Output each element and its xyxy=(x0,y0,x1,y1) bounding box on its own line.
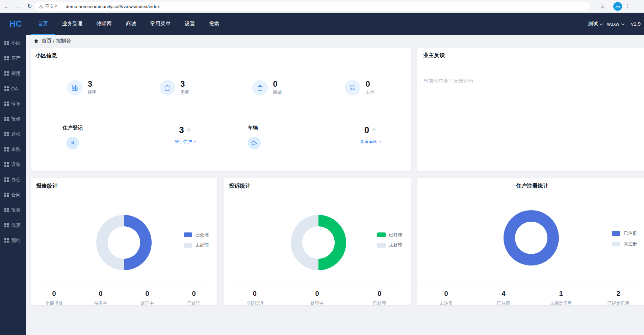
stat-value: 3 xyxy=(180,80,189,88)
env-selector[interactable]: 测试 xyxy=(588,21,603,27)
sidebar-item-purchase[interactable]: 采购 xyxy=(0,142,26,157)
sidebar-item-oa[interactable]: OA xyxy=(0,81,26,96)
grid-icon xyxy=(4,238,9,243)
complaint-donut-chart[interactable] xyxy=(291,215,346,270)
sidebar-item-booking[interactable]: 预约 xyxy=(0,233,26,248)
breadcrumb[interactable]: 首页 / 控制台 xyxy=(33,38,71,44)
community-card-title: 小区信息 xyxy=(35,52,406,59)
resident-unit: 个 xyxy=(186,128,191,134)
browser-avatar[interactable]: xw xyxy=(613,2,622,11)
nav-item-iot[interactable]: 物联网 xyxy=(89,13,119,35)
legend-item[interactable]: 已注册 xyxy=(612,230,637,236)
bookmark-star-icon[interactable]: ☆ xyxy=(600,3,605,10)
sidebar-item-repair[interactable]: 报修 xyxy=(0,111,26,127)
app-logo[interactable]: HC xyxy=(9,13,22,35)
stat-in-progress: 0处理中 xyxy=(124,290,171,306)
grid-icon xyxy=(4,117,9,121)
stat-unregistered: 0未注册 xyxy=(417,290,475,306)
stat-in-progress: 0处理中 xyxy=(286,290,349,306)
complaint-stats-row: 0全部投诉 0处理中 0已处理 xyxy=(224,290,411,306)
stat-label: 房屋 xyxy=(180,89,189,95)
top-navbar: HC 首页 业务受理 物联网 商城 常用菜单 设置 搜索 测试 wuxw v1.… xyxy=(0,13,644,35)
url-text[interactable]: demo.homecommunity.cn/#/views/index/inde… xyxy=(66,4,160,9)
repair-stats-card: 报修统计 已处理 未处理 0全部报修 0待派单 0处理中 0已处理 xyxy=(31,178,217,305)
grid-icon xyxy=(4,71,9,76)
stat-shops: 0 商铺 xyxy=(221,80,313,95)
grid-icon xyxy=(4,102,9,106)
registration-donut-chart[interactable] xyxy=(504,210,559,266)
vehicle-unit: 个 xyxy=(371,128,377,134)
divider xyxy=(228,286,406,286)
repair-donut-chart[interactable] xyxy=(96,215,152,270)
nav-item-settings[interactable]: 设置 xyxy=(178,13,202,35)
browser-reload-button[interactable]: ↻ xyxy=(25,2,34,11)
browser-forward-button[interactable]: → xyxy=(14,2,23,11)
chevron-down-icon xyxy=(599,21,603,27)
security-chip[interactable]: 不安全 xyxy=(39,4,62,9)
grid-icon xyxy=(4,86,9,91)
sidebar-item-fees[interactable]: 费用 xyxy=(0,66,26,81)
stat-bound-house: 2已绑定房屋 xyxy=(590,290,644,306)
house-icon xyxy=(160,80,175,95)
nav-item-mall[interactable]: 商城 xyxy=(119,13,143,35)
home-icon xyxy=(33,38,39,44)
sidebar-item-contract[interactable]: 合同 xyxy=(0,187,26,202)
register-resident-link[interactable]: 登记住户 > xyxy=(175,139,196,145)
browser-menu-icon[interactable]: ⋮ xyxy=(625,3,630,9)
repair-card-title: 报修统计 xyxy=(36,183,212,190)
registration-legend: 已注册 未注册 xyxy=(612,230,637,247)
sidebar-item-property[interactable]: 房产 xyxy=(0,51,26,66)
stat-total-repairs: 0全部报修 xyxy=(31,290,77,306)
stat-parking-spaces: 0 车位 xyxy=(313,80,406,95)
registration-stats-row: 0未注册 4已注册 1未绑定房屋 2已绑定房屋 xyxy=(417,290,644,306)
sidebar-item-report[interactable]: 报表 xyxy=(0,202,26,218)
divider xyxy=(35,286,213,286)
complaint-card-title: 投诉统计 xyxy=(229,183,405,190)
repair-legend: 已处理 未处理 xyxy=(184,232,209,248)
version-label: v1.9 xyxy=(631,21,641,27)
env-label: 测试 xyxy=(588,21,598,27)
nav-item-search[interactable]: 搜索 xyxy=(202,13,226,35)
sidebar-item-device[interactable]: 设备 xyxy=(0,157,26,172)
user-menu[interactable]: wuxw xyxy=(607,21,624,27)
person-icon xyxy=(66,137,79,149)
grid-icon xyxy=(4,177,9,182)
sidebar-item-parking[interactable]: 停车 xyxy=(0,96,26,111)
registration-card-title: 住户注册统计 xyxy=(423,183,642,190)
legend-swatch xyxy=(612,242,620,246)
stat-unbound-house: 1未绑定房屋 xyxy=(532,290,590,306)
bus-icon xyxy=(345,80,360,95)
stat-houses: 3 房屋 xyxy=(128,80,221,95)
legend-swatch xyxy=(612,231,620,236)
grid-icon xyxy=(4,147,9,151)
chevron-down-icon xyxy=(621,21,625,27)
legend-item[interactable]: 未处理 xyxy=(184,242,209,248)
stat-processed: 0已处理 xyxy=(171,290,217,306)
community-stats-row: 3 楼宇 3 房屋 xyxy=(35,80,406,95)
legend-item[interactable]: 未处理 xyxy=(377,242,402,248)
address-bar[interactable]: 不安全 demo.homecommunity.cn/#/views/index/… xyxy=(34,2,591,11)
legend-item[interactable]: 已处理 xyxy=(184,232,209,238)
legend-item[interactable]: 未注册 xyxy=(612,241,637,247)
sidebar-item-community[interactable]: 小区 xyxy=(0,35,26,51)
shop-bag-icon xyxy=(252,80,268,95)
legend-item[interactable]: 已处理 xyxy=(377,232,402,238)
nav-item-business[interactable]: 业务受理 xyxy=(55,13,89,35)
grid-icon xyxy=(4,208,9,212)
nav-item-home[interactable]: 首页 xyxy=(31,13,55,35)
sidebar-item-discount[interactable]: 优惠 xyxy=(0,218,26,233)
view-vehicles-link[interactable]: 查看车辆 > xyxy=(360,139,381,145)
resident-vehicle-row: 住户登记 3 个 登记住户 > 车辆 xyxy=(35,125,406,149)
breadcrumb-text: 首页 / 控制台 xyxy=(42,38,71,44)
repair-stats-row: 0全部报修 0待派单 0处理中 0已处理 xyxy=(31,290,217,306)
navbar-right: 测试 wuxw v1.9 xyxy=(588,13,641,35)
nav-item-common-menu[interactable]: 常用菜单 xyxy=(143,13,178,35)
stat-processed: 0已处理 xyxy=(348,290,411,306)
registration-stats-card: 住户注册统计 已注册 未注册 0未注册 4已注册 1未绑定房屋 2已绑定房屋 xyxy=(417,178,644,305)
warning-icon xyxy=(39,4,43,9)
security-label: 不安全 xyxy=(45,4,58,9)
sidebar-item-office[interactable]: 办公 xyxy=(0,172,26,187)
sidebar-item-inspection[interactable]: 巡检 xyxy=(0,127,26,142)
browser-back-button[interactable]: ← xyxy=(2,2,11,11)
resident-section: 住户登记 3 个 登记住户 > xyxy=(35,125,221,149)
